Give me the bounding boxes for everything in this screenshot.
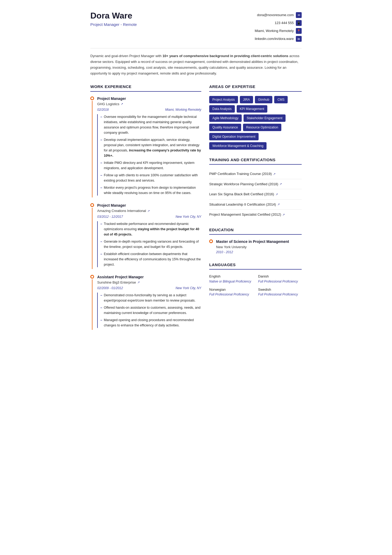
job-content-1: Project Manager GHG Logistics ↗ 02/2018 … — [97, 96, 201, 198]
right-column: AREAS OF EXPERTISE Project Analysis JIRA… — [209, 84, 302, 335]
tag-cms: CMS — [274, 96, 288, 103]
phone-icon: 📱 — [296, 20, 302, 26]
edu-degree: Master of Science in Project Management — [216, 239, 289, 244]
job-date-1: 02/2018 — [97, 107, 109, 112]
lang-level-norwegian: Full Professional Proficiency — [209, 292, 253, 297]
job-meta-1: 02/2018 Miami, Working Remotely — [97, 107, 201, 112]
linkedin-icon: in — [296, 36, 302, 42]
lang-name-english: English — [209, 274, 253, 279]
cert-4: Situational Leadership II Certification … — [209, 200, 302, 210]
job-dot-col-3 — [90, 274, 94, 330]
job-dot-2 — [90, 203, 94, 207]
training-title: TRAINING AND CERTIFICATIONS — [209, 157, 302, 165]
lang-name-norwegian: Norwegian — [209, 287, 253, 292]
linkedin-text: linkedin.com/in/dora.ware — [255, 36, 294, 41]
edu-dot — [209, 239, 213, 243]
lang-english: English Native or Bilingual Proficiency — [209, 274, 253, 284]
job-entry-1: Project Manager GHG Logistics ↗ 02/2018 … — [90, 96, 201, 198]
cert-1: PMP Certification Training Course (2019)… — [209, 169, 302, 179]
job-line-2 — [92, 208, 92, 269]
cert-link-4[interactable]: ↗ — [277, 202, 280, 207]
bullet-3-3: –Managed opening and closing procedures … — [100, 317, 201, 328]
bullet-1-3: –Initiate PMO directory and KPI reportin… — [100, 160, 201, 171]
edu-content: Master of Science in Project Management … — [216, 239, 289, 255]
job-meta-2: 03/2012 - 12/2017 New York City, NY — [97, 214, 201, 219]
job-company-2: Amazing Creations International ↗ — [97, 208, 201, 214]
cert-link-1[interactable]: ↗ — [273, 172, 276, 176]
cert-link-5[interactable]: ↗ — [282, 212, 285, 217]
tag-agile: Agile Methodology — [209, 114, 242, 122]
tag-quality: Quality Assurance — [209, 124, 241, 131]
location-icon: 📍 — [296, 28, 302, 34]
job-title-2: Project Manager — [97, 203, 201, 208]
job-content-2: Project Manager Amazing Creations Intern… — [97, 203, 201, 269]
cert-3: Lean Six Sigma Black Belt Certified (201… — [209, 189, 302, 200]
candidate-name: Dora Ware — [90, 11, 137, 21]
bullet-2-1: –Tracked website performance and recomme… — [100, 221, 201, 237]
contact-email: dora@novoresume.com ✉ — [257, 12, 302, 18]
tag-project-analysis: Project Analysis — [209, 96, 238, 103]
tag-kpi: KPI Management — [237, 105, 268, 113]
company-link-3[interactable]: ↗ — [137, 280, 140, 285]
job-date-2: 03/2012 - 12/2017 — [97, 214, 123, 219]
job-entry-3: Assistant Project Manager Sunshine Big3 … — [90, 274, 201, 330]
cert-2: Strategic Workforce Planning Certified (… — [209, 179, 302, 189]
job-title-3: Assistant Project Manager — [97, 274, 201, 280]
cert-5: Project Management Specialist Certified … — [209, 210, 302, 220]
job-location-3: New York City, NY — [175, 286, 201, 290]
job-content-3: Assistant Project Manager Sunshine Big3 … — [97, 274, 201, 330]
expertise-tags: Project Analysis JIRA Gtmhub CMS Data An… — [209, 96, 302, 150]
job-dot-1 — [90, 96, 94, 100]
email-text: dora@novoresume.com — [257, 12, 294, 18]
work-experience-title: WORK EXPERIENCE — [90, 84, 201, 92]
cert-link-2[interactable]: ↗ — [279, 182, 282, 186]
contact-linkedin[interactable]: linkedin.com/in/dora.ware in — [255, 36, 302, 42]
bullet-2-3: –Establish efficient coordination betwee… — [100, 251, 201, 267]
lang-name-swedish: Swedish — [258, 287, 302, 292]
lang-level-swedish: Full Professional Proficiency — [258, 292, 302, 297]
email-icon: ✉ — [296, 12, 302, 18]
main-content: WORK EXPERIENCE Project Manager GHG Logi… — [90, 84, 302, 335]
job-location-1: Miami, Working Remotely — [165, 107, 201, 112]
job-company-3: Sunshine Big3 Enterprise ↗ — [97, 280, 201, 285]
bullet-3-2: –Offered hands-on assistance to customer… — [100, 305, 201, 316]
location-text: Miami, Working Remotely — [255, 28, 294, 34]
bullet-1-4: –Follow up with clients to ensure 100% c… — [100, 173, 201, 183]
job-meta-3: 02/2009 - 01/2012 New York City, NY — [97, 286, 201, 290]
contact-phone: 123 444 555 📱 — [275, 20, 302, 26]
lang-norwegian: Norwegian Full Professional Proficiency — [209, 287, 253, 297]
header-right: dora@novoresume.com ✉ 123 444 555 📱 Miam… — [255, 11, 302, 42]
job-line-1 — [92, 101, 92, 198]
job-title-1: Project Manager — [97, 96, 201, 101]
cert-link-3[interactable]: ↗ — [276, 192, 278, 197]
bullet-1-1: –Oversee responsibility for the manageme… — [100, 114, 201, 135]
expertise-section: AREAS OF EXPERTISE Project Analysis JIRA… — [209, 84, 302, 150]
company-link-1[interactable]: ↗ — [121, 102, 123, 106]
languages-grid: English Native or Bilingual Proficiency … — [209, 274, 302, 297]
job-bullets-3: –Demonstrated cross-functionality by ser… — [97, 293, 201, 328]
header-left: Dora Ware Project Manager - Remote — [90, 11, 137, 28]
bullet-2-2: –Generate in-depth reports regarding var… — [100, 239, 201, 249]
job-dot-3 — [90, 275, 94, 279]
job-bullets-1: –Oversee responsibility for the manageme… — [97, 114, 201, 196]
summary-section: Dynamic and goal-driven Project Manager … — [90, 48, 302, 76]
education-section: EDUCATION Master of Science in Project M… — [209, 227, 302, 255]
edu-years: 2010 - 2012 — [216, 250, 289, 255]
education-title: EDUCATION — [209, 227, 302, 235]
job-line-3 — [92, 279, 92, 330]
bullet-1-2: –Develop overall implementation approach… — [100, 137, 201, 158]
tag-stakeholder: Stakeholder Engagement — [244, 114, 286, 122]
edu-school: New York University — [216, 244, 289, 250]
training-section: TRAINING AND CERTIFICATIONS PMP Certific… — [209, 157, 302, 220]
job-dot-col-1 — [90, 96, 94, 198]
left-column: WORK EXPERIENCE Project Manager GHG Logi… — [90, 84, 201, 335]
lang-danish: Danish Full Professional Proficiency — [258, 274, 302, 284]
candidate-subtitle: Project Manager - Remote — [90, 22, 137, 28]
expertise-title: AREAS OF EXPERTISE — [209, 84, 302, 92]
phone-text: 123 444 555 — [275, 20, 294, 26]
tag-resource: Resource Optimization — [243, 124, 281, 131]
lang-level-english: Native or Bilingual Proficiency — [209, 279, 253, 284]
company-link-2[interactable]: ↗ — [147, 209, 150, 213]
bullet-3-1: –Demonstrated cross-functionality by ser… — [100, 293, 201, 303]
tag-workforce: Workforce Management & Coaching — [209, 142, 267, 150]
